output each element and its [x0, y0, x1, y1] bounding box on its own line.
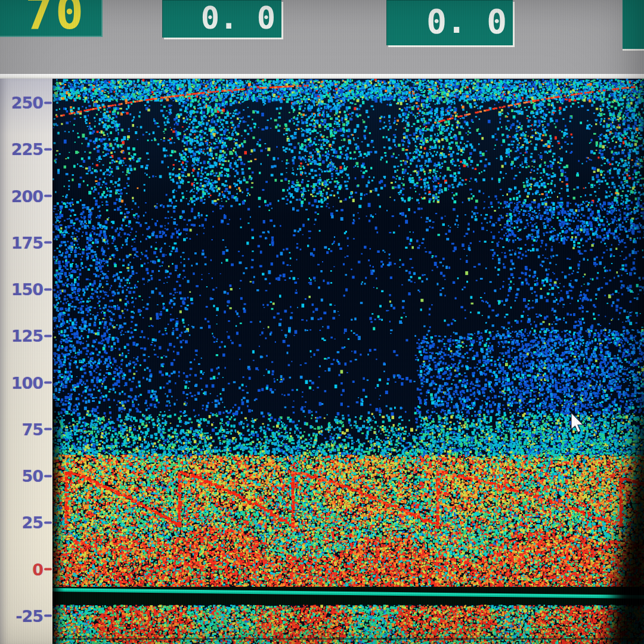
axis-tick-label: 150 — [11, 280, 43, 299]
axis-tick-mark — [44, 195, 52, 197]
axis-tick-label: 0 — [32, 560, 43, 578]
axis-tick-mark — [44, 568, 52, 571]
readout-box-1: 0. 0 — [162, 0, 281, 38]
axis-tick--25: -25 — [16, 606, 52, 625]
readout-value-2: 0. 0 — [426, 5, 507, 38]
axis-tick-mark — [44, 521, 52, 524]
axis-tick-label: 125 — [11, 327, 43, 345]
readout-value-1: 0. 0 — [201, 2, 275, 33]
axis-tick-75: 75 — [21, 420, 52, 438]
axis-tick-label: 50 — [21, 467, 43, 485]
axis-tick-175: 175 — [11, 233, 52, 252]
axis-tick-100: 100 — [11, 373, 52, 392]
axis-tick-25: 25 — [21, 513, 52, 532]
axis-tick-label: -25 — [16, 606, 43, 625]
mouse-cursor-icon — [568, 411, 586, 435]
axis-tick-mark — [44, 335, 52, 337]
axis-tick-label: 75 — [21, 420, 43, 438]
axis-tick-label: 225 — [11, 140, 43, 159]
plot-top-border — [0, 74, 644, 79]
readout-box-2: 0. 0 — [386, 0, 513, 45]
axis-tick-mark — [44, 615, 52, 617]
axis-tick-mark — [44, 101, 52, 104]
axis-tick-label: 25 — [21, 513, 43, 532]
sonar-screen-photo: 70 0. 0 0. 0 250225200175150125100755025… — [0, 0, 644, 644]
counter-box: 70 — [0, 0, 103, 37]
axis-tick-mark — [44, 288, 52, 290]
axis-tick-label: 200 — [11, 187, 43, 205]
axis-tick-label: 250 — [11, 94, 43, 112]
axis-tick-mark — [44, 382, 52, 384]
axis-tick-mark — [44, 148, 52, 150]
axis-tick-250: 250 — [11, 94, 52, 112]
axis-tick-mark — [44, 242, 52, 244]
axis-tick-mark — [44, 428, 52, 431]
axis-tick-label: 100 — [11, 373, 43, 392]
axis-tick-200: 200 — [11, 187, 52, 205]
top-bar: 70 0. 0 0. 0 — [0, 0, 644, 76]
echogram-display[interactable] — [52, 79, 644, 644]
axis-tick-0: 0 — [32, 560, 52, 578]
axis-tick-label: 175 — [11, 233, 43, 252]
readout-box-partial — [623, 0, 644, 49]
axis-tick-mark — [44, 475, 52, 477]
axis-tick-150: 150 — [11, 280, 52, 299]
axis-tick-225: 225 — [11, 140, 52, 159]
counter-value: 70 — [25, 0, 86, 36]
axis-tick-125: 125 — [11, 327, 52, 345]
axis-tick-50: 50 — [21, 467, 52, 485]
axis-gutter: 2502252001751501251007550250-25 — [0, 79, 52, 644]
